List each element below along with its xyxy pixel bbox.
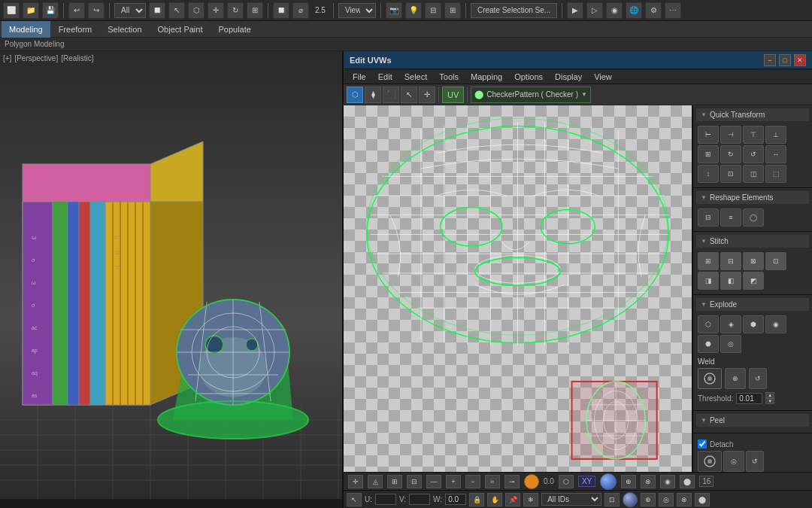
scale-btn[interactable]: ⊞ [247,2,263,19]
uv-label[interactable]: UV [442,87,464,103]
nav-btn1[interactable]: ⊕ [621,475,636,488]
uvw-menu-mapping[interactable]: Mapping [465,69,508,84]
array-btn[interactable]: ⊞ [444,2,461,19]
tab-selection[interactable]: Selection [100,21,149,38]
explode-title[interactable]: Explode [696,298,809,311]
viewport-realistic[interactable]: [Realistic] [61,54,93,62]
env-btn[interactable]: 🌐 [626,2,642,19]
minus-status[interactable]: − [465,475,480,488]
snap-status[interactable]: ⊞ [387,475,402,488]
threshold-up[interactable]: ▲ [765,392,774,398]
angle-snap-btn[interactable]: ⌀ [292,2,309,19]
all-ids-dropdown[interactable]: All IDs [541,493,601,506]
plus-status[interactable]: + [446,475,461,488]
wave-status[interactable]: ≈ [485,475,500,488]
qt-normalize[interactable]: ⊡ [720,165,741,183]
select-btn[interactable]: ↖ [168,2,185,19]
detach-btn1[interactable] [698,451,722,472]
select-obj-btn[interactable]: 🔲 [149,2,165,19]
quick-transform-title[interactable]: Quick Transform [696,108,809,121]
explode-btn5[interactable]: ⬣ [698,335,719,353]
save-btn[interactable]: 💾 [42,2,59,19]
detach-checkbox[interactable] [698,440,707,449]
stitch-btn5[interactable]: ◨ [698,272,719,290]
stitch-title[interactable]: Stitch [696,235,809,248]
nav-sphere[interactable] [600,473,617,490]
all-dropdown[interactable]: All [114,3,146,18]
qt-extra1[interactable]: ◫ [743,165,764,183]
qt-align-left[interactable]: ⊢ [698,126,719,144]
nav-btn2[interactable]: ⊗ [641,475,656,488]
qt-align-top[interactable]: ⊤ [743,126,764,144]
stitch-btn6[interactable]: ◧ [720,272,741,290]
more-btn[interactable]: ⋯ [665,2,681,19]
threshold-input[interactable] [736,393,762,404]
minimize-btn[interactable]: − [764,54,776,66]
lock-btn[interactable]: 🔒 [469,493,484,506]
tab-populate[interactable]: Populate [211,21,258,38]
tab-freeform[interactable]: Freeform [51,21,100,38]
v-input[interactable] [409,494,430,505]
uvw-edge-mode[interactable]: ⧫ [365,87,381,103]
redo-btn[interactable]: ↪ [88,2,105,19]
open-btn[interactable]: 📁 [23,2,39,19]
render1-btn[interactable]: ▶ [567,2,583,19]
viewport-plus[interactable]: [+] [3,54,11,62]
weld-target-btn[interactable]: ⊕ [725,368,746,389]
peel-title[interactable]: Peel [696,414,809,427]
stitch-btn2[interactable]: ⊟ [720,252,741,270]
stitch-btn3[interactable]: ⊠ [743,252,764,270]
snowflake-btn[interactable]: ❄ [523,493,538,506]
move-tool-status[interactable]: ✛ [348,475,363,488]
explode-btn6[interactable]: ◎ [720,335,741,353]
weld-icon-btn[interactable] [698,368,722,389]
extra-nav1[interactable]: ⬤ [695,493,710,506]
weld-undo-btn[interactable]: ↺ [749,368,767,389]
explode-btn4[interactable]: ◉ [765,315,786,333]
new-btn[interactable]: ⬜ [3,2,20,19]
reshape-btn2[interactable]: ≡ [720,208,741,227]
uvw-menu-options[interactable]: Options [508,69,549,84]
explode-btn1[interactable]: ⬡ [698,315,719,333]
nav-btn4[interactable]: ⬤ [680,475,695,488]
create-selection-btn[interactable]: Create Selection Se... [471,3,557,18]
uvw-menu-file[interactable]: File [347,69,372,84]
uvw-face-mode[interactable]: ⬛ [383,87,399,103]
close-btn[interactable]: ✕ [794,54,806,66]
uvw-menu-select[interactable]: Select [398,69,434,84]
orbit-sphere[interactable] [623,492,638,507]
reshape-btn1[interactable]: ⊟ [698,208,719,227]
zoom-region-btn[interactable]: ⊡ [604,493,620,506]
detach-btn3[interactable]: ↺ [746,451,764,472]
qt-align-bottom[interactable]: ⊥ [765,126,786,144]
tab-modeling[interactable]: Modeling [2,21,50,38]
pin-status[interactable]: ◬ [368,475,383,488]
uv-viewport[interactable] [344,105,692,472]
view-dropdown[interactable]: View [338,3,376,18]
tab-object-paint[interactable]: Object Paint [150,21,211,38]
nav-btn3[interactable]: ◉ [660,475,675,488]
uvw-menu-tools[interactable]: Tools [433,69,465,84]
undo-btn[interactable]: ↩ [68,2,85,19]
detach-btn2[interactable]: ◎ [723,451,744,472]
viewport-perspective[interactable]: [Perspective] [14,54,58,62]
uvw-menu-display[interactable]: Display [549,69,588,84]
zoom-btn[interactable]: ◎ [659,493,674,506]
extra-status1[interactable]: ⬡ [559,475,574,488]
u-input[interactable] [375,494,396,505]
light-btn[interactable]: 💡 [405,2,422,19]
qt-flip-h[interactable]: ↔ [765,145,786,163]
explode-btn2[interactable]: ◈ [720,315,741,333]
stitch-btn1[interactable]: ⊞ [698,252,719,270]
fit-btn[interactable]: ⊗ [677,493,692,506]
pan-btn[interactable]: ⊕ [641,493,656,506]
qt-rotate-ccw[interactable]: ↺ [743,145,764,163]
explode-btn3[interactable]: ⬢ [743,315,764,333]
grid-status[interactable]: ⊟ [407,475,422,488]
move-btn[interactable]: ✛ [208,2,224,19]
uvw-menu-view[interactable]: View [588,69,618,84]
reshape-elements-title[interactable]: Reshape Elements [696,191,809,204]
filter-status[interactable]: — [426,475,441,488]
orange-ball[interactable] [524,474,539,489]
uvw-select-mode[interactable]: ↖ [401,87,417,103]
